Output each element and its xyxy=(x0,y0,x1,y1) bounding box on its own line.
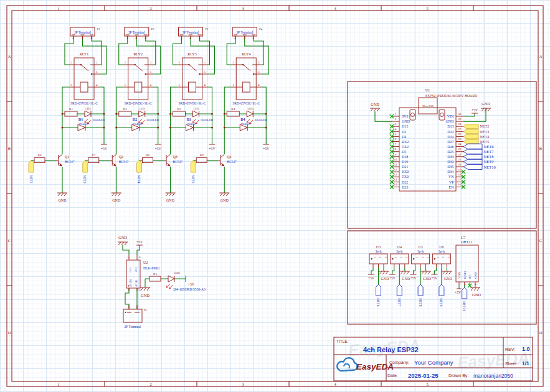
power-flag-5v[interactable]: +5V xyxy=(263,147,269,151)
net-label[interactable]: NET4 xyxy=(137,175,141,184)
net-flag-blue[interactable] xyxy=(463,164,482,170)
resistor-ref[interactable]: R4 xyxy=(231,108,235,111)
net-label[interactable]: NET10 xyxy=(462,301,466,311)
power-flag-5v[interactable]: +5V xyxy=(368,276,374,280)
terminal-ref[interactable]: P1 xyxy=(97,27,100,30)
net-label[interactable]: NET2 xyxy=(29,175,33,184)
esp32-ref[interactable]: U1 xyxy=(425,88,430,92)
led-value[interactable]: 204-10SURD/S530-A3 xyxy=(173,287,206,291)
net-label[interactable]: NET2 xyxy=(480,125,490,129)
transistor-value[interactable]: BC547 xyxy=(119,160,129,164)
net-flag-yellow[interactable] xyxy=(29,161,34,173)
esp32-right-pin[interactable]: 22 D33 NET8 xyxy=(447,153,493,160)
relay-channel[interactable]: P1 3P Terminal 1 2 3 RLY1 2 3 5 1 4 SRD-… xyxy=(29,27,107,203)
diode-ref[interactable]: D1 xyxy=(78,118,83,121)
gnd-label[interactable]: GND xyxy=(220,198,229,202)
power-flag-5v[interactable]: +5V xyxy=(472,108,478,112)
net-label[interactable]: NET8 xyxy=(484,154,494,159)
header-ref[interactable]: U5 xyxy=(418,245,422,249)
net-flag-yellow[interactable] xyxy=(463,124,478,129)
power-flag-5v[interactable]: +5V xyxy=(389,276,396,280)
relay-value[interactable]: SRD-05VDC-SL-C xyxy=(70,101,98,105)
esp32-right-pin[interactable]: 28 D13 NET2 xyxy=(447,123,489,129)
led-value[interactable]: 3mmLED xyxy=(146,118,159,121)
terminal-value[interactable]: 3P Terminal xyxy=(236,30,254,34)
header-value[interactable]: 3p-h xyxy=(417,250,424,253)
esp32-right-pin[interactable]: 24 D26 NET6 xyxy=(447,142,494,149)
gnd-label[interactable]: GND xyxy=(112,198,121,202)
resistor-body[interactable] xyxy=(65,111,77,116)
gnd-label[interactable]: GND xyxy=(166,198,175,202)
net-flag-yellow[interactable] xyxy=(463,139,478,144)
terminal-ref[interactable]: P5 xyxy=(144,309,148,312)
relay-body[interactable] xyxy=(74,58,94,100)
wire[interactable] xyxy=(140,36,215,193)
header-value[interactable]: 3p-h xyxy=(396,250,402,253)
psu-value[interactable]: HLK-PM01 xyxy=(143,266,160,270)
relay-value[interactable]: SRD-05VDC-SL-C xyxy=(178,101,206,105)
net-flag-blue[interactable] xyxy=(418,284,423,296)
led-ref[interactable]: LED4 xyxy=(248,108,254,110)
net-label[interactable]: NET9 xyxy=(484,159,494,164)
net-label[interactable]: NET7 xyxy=(397,298,401,307)
power-flag-5v[interactable]: +5V xyxy=(209,147,216,151)
base-resistor-ref[interactable]: R8 xyxy=(146,154,149,157)
terminal-ref[interactable]: P4 xyxy=(259,27,263,30)
diode-ref[interactable]: D3 xyxy=(187,118,191,121)
power-flag-5v[interactable]: +5V xyxy=(101,147,107,151)
resistor-ref[interactable]: R1 xyxy=(69,108,73,111)
net-flag-blue[interactable] xyxy=(462,287,467,299)
resistor-ref[interactable]: R3 xyxy=(178,108,181,111)
power-flag-5v[interactable]: +5V xyxy=(455,291,461,294)
pin-header[interactable]: U5 3p-h 1 2 3 +5V GND NET8 xyxy=(410,245,432,307)
header-value[interactable]: 3p-h xyxy=(439,250,445,253)
terminal-value[interactable]: 2P Terminal xyxy=(124,325,141,329)
header-ref[interactable]: U3 xyxy=(376,245,381,249)
relay-ref[interactable]: RLY3 xyxy=(187,52,196,56)
transistor-value[interactable]: BC547 xyxy=(173,160,183,164)
drawn-by-value[interactable]: manoranjan2050 xyxy=(473,373,513,379)
relay-ref[interactable]: RLY1 xyxy=(80,52,88,56)
esp32-left-pin[interactable]: 5 D4 xyxy=(390,133,407,139)
diode-ref[interactable]: D4 xyxy=(240,118,245,121)
transistor-ref[interactable]: Q2 xyxy=(119,155,123,159)
net-flag-yellow[interactable] xyxy=(463,134,478,139)
diode-value[interactable]: 1N4007 xyxy=(133,123,143,126)
wire[interactable] xyxy=(375,108,486,121)
relay-body[interactable] xyxy=(128,58,148,100)
gnd-label[interactable]: GND xyxy=(371,102,379,106)
pin-header[interactable]: U4 3p-h 1 2 3 +5V GND NET7 xyxy=(389,245,410,307)
gnd-label[interactable]: GND xyxy=(481,101,490,106)
wire[interactable] xyxy=(123,245,186,309)
relay-body[interactable] xyxy=(236,58,256,100)
transistor-value[interactable]: BC547 xyxy=(65,160,75,164)
net-label[interactable]: NET4 xyxy=(480,135,490,139)
sheet-value[interactable]: 1/1 xyxy=(522,360,529,366)
gnd-label[interactable]: GND xyxy=(423,277,432,281)
esp32-right-pin[interactable]: 23 D25 NET7 xyxy=(447,148,494,155)
net-label[interactable]: NET7 xyxy=(484,149,495,154)
relay-channel[interactable]: P4 3P Terminal 1 2 3 RLY4 2 3 5 1 4 SRD-… xyxy=(191,27,269,203)
net-flag-yellow[interactable] xyxy=(191,161,196,173)
dht-value[interactable]: DHT11 xyxy=(461,240,472,244)
esp32-right-pin[interactable]: 21 D32 NET9 xyxy=(447,158,493,165)
led-ref[interactable]: LED3 xyxy=(194,108,199,110)
resistor-body[interactable] xyxy=(173,111,186,116)
resistor-body[interactable] xyxy=(119,111,131,116)
esp32-right-pin[interactable]: 16 EN xyxy=(449,183,466,189)
led-value[interactable]: 3mmLED xyxy=(255,118,267,121)
diode-value[interactable]: 1N4007 xyxy=(187,123,197,126)
gnd-label[interactable]: GND xyxy=(444,277,453,281)
gnd-label[interactable]: GND xyxy=(59,198,67,202)
net-flag-blue[interactable] xyxy=(397,284,402,296)
resistor-body[interactable] xyxy=(227,111,239,116)
net-label[interactable]: NET8 xyxy=(419,298,422,307)
power-flag-5v[interactable]: +5V xyxy=(155,147,161,151)
relay-channel[interactable]: P3 3P Terminal 1 2 3 RLY3 2 3 5 1 4 SRD-… xyxy=(137,27,216,203)
base-resistor-body[interactable] xyxy=(143,158,153,163)
transistor-ref[interactable]: Q4 xyxy=(227,155,231,159)
wire[interactable] xyxy=(193,36,268,193)
base-resistor-ref[interactable]: R7 xyxy=(92,154,95,157)
net-flag-yellow[interactable] xyxy=(463,129,478,134)
transistor-ref[interactable]: Q1 xyxy=(65,155,69,159)
